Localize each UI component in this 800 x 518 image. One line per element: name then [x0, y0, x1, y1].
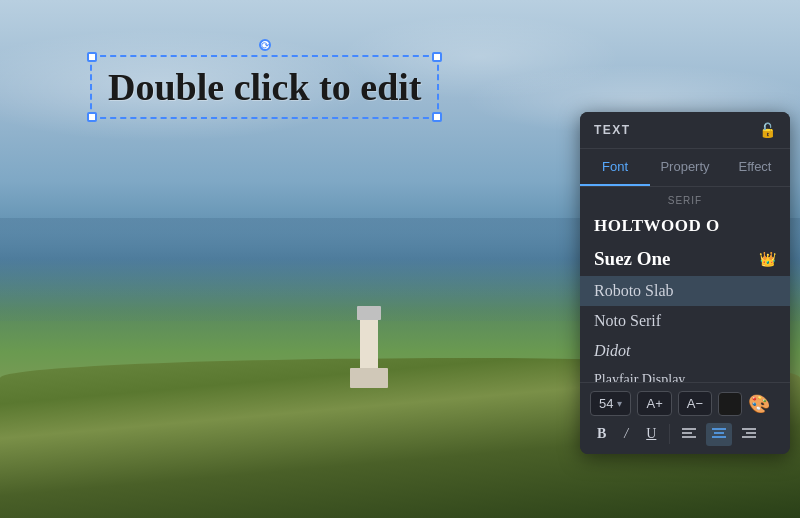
font-size-chevron: ▾	[617, 398, 622, 409]
tab-property[interactable]: Property	[650, 149, 720, 186]
panel-header: TEXT 🔓	[580, 112, 790, 149]
selection-box: Double click to edit	[90, 55, 439, 119]
align-right-button[interactable]	[736, 423, 762, 446]
canvas-text[interactable]: Double click to edit	[108, 65, 421, 109]
font-item-roboto[interactable]: Roboto Slab	[580, 276, 790, 306]
text-panel: TEXT 🔓 Font Property Effect SERIF HOLTWO…	[580, 112, 790, 454]
color-palette-icon[interactable]: 🎨	[748, 393, 770, 415]
font-item-playfair[interactable]: Playfair Display	[580, 366, 790, 382]
font-name-playfair: Playfair Display	[594, 372, 685, 382]
canvas-text-element[interactable]: Double click to edit	[90, 55, 439, 119]
font-item-suez[interactable]: Suez One 👑	[580, 242, 790, 276]
lock-icon[interactable]: 🔓	[759, 122, 776, 138]
color-swatch[interactable]	[718, 392, 742, 416]
font-name-didot: Didot	[594, 342, 630, 360]
panel-tabs: Font Property Effect	[580, 149, 790, 187]
panel-title: TEXT	[594, 123, 631, 137]
font-name-roboto: Roboto Slab	[594, 282, 674, 300]
font-item-holtwood[interactable]: HOLTWOOD O	[580, 210, 790, 242]
crown-icon: 👑	[759, 251, 776, 267]
font-size-value: 54	[599, 396, 613, 411]
toolbar-row-size: 54 ▾ A+ A− 🎨	[590, 391, 780, 416]
handle-top-right[interactable]	[432, 52, 442, 62]
lighthouse	[360, 318, 378, 388]
handle-top-left[interactable]	[87, 52, 97, 62]
align-center-button[interactable]	[706, 423, 732, 446]
font-toolbar: 54 ▾ A+ A− 🎨 B / U	[580, 382, 790, 454]
font-item-didot[interactable]: Didot	[580, 336, 790, 366]
font-size-decrease-button[interactable]: A−	[678, 391, 712, 416]
font-section-label: SERIF	[580, 187, 790, 210]
handle-bottom-left[interactable]	[87, 112, 97, 122]
font-item-noto[interactable]: Noto Serif	[580, 306, 790, 336]
font-size-increase-button[interactable]: A+	[637, 391, 671, 416]
align-left-button[interactable]	[676, 423, 702, 446]
handle-rotate[interactable]	[259, 39, 271, 51]
bold-button[interactable]: B	[590, 422, 613, 446]
font-name-suez: Suez One	[594, 248, 671, 270]
font-name-noto: Noto Serif	[594, 312, 661, 330]
toolbar-row-format: B / U	[590, 422, 780, 446]
toolbar-separator	[669, 424, 670, 444]
tab-font[interactable]: Font	[580, 149, 650, 186]
font-size-selector[interactable]: 54 ▾	[590, 391, 631, 416]
handle-bottom-right[interactable]	[432, 112, 442, 122]
italic-button[interactable]: /	[617, 422, 635, 446]
font-name-holtwood: HOLTWOOD O	[594, 216, 720, 236]
font-list: SERIF HOLTWOOD O Suez One 👑 Roboto Slab …	[580, 187, 790, 382]
tab-effect[interactable]: Effect	[720, 149, 790, 186]
underline-button[interactable]: U	[639, 422, 663, 446]
